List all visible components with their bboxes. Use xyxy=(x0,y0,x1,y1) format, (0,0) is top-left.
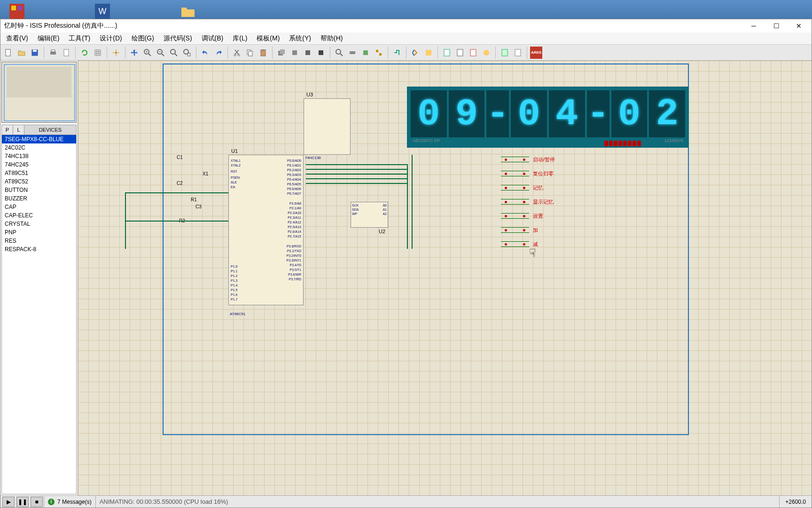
menu-system[interactable]: 系统(Y) xyxy=(285,32,315,45)
print-icon[interactable] xyxy=(47,47,59,59)
sim-play-button[interactable]: ▶ xyxy=(2,497,15,507)
zoom-fit-icon[interactable] xyxy=(168,47,180,59)
schematic-button-row[interactable]: 加 xyxy=(501,223,586,237)
menu-source[interactable]: 源代码(S) xyxy=(160,32,196,45)
search-icon[interactable] xyxy=(409,47,422,59)
refresh-icon[interactable] xyxy=(78,47,91,59)
folder-icon[interactable] xyxy=(180,4,195,19)
cut-icon[interactable] xyxy=(231,47,243,59)
menu-view[interactable]: 查看(V) xyxy=(2,32,32,45)
menu-draw[interactable]: 绘图(G) xyxy=(128,32,158,45)
chip-u1[interactable]: U1 XTAL1XTAL2RST PSENALEEA P0.0/AD0P0.1/… xyxy=(228,155,304,305)
tool-icon-1[interactable] xyxy=(480,47,492,59)
schematic-button-row[interactable]: 减 xyxy=(501,237,586,251)
schematic-button-row[interactable]: 显示记忆 xyxy=(501,195,586,209)
block-rotate-icon[interactable] xyxy=(302,47,314,59)
r1-label: R1 xyxy=(191,197,197,202)
device-item[interactable]: AT89C51 xyxy=(2,169,76,177)
message-count: 7 Message(s) xyxy=(57,499,92,505)
wire-autoroute-icon[interactable] xyxy=(391,47,403,59)
block-copy-icon[interactable] xyxy=(275,47,288,59)
decompose-icon[interactable] xyxy=(373,47,385,59)
word-icon[interactable]: W xyxy=(95,4,110,19)
schematic-button-row[interactable]: 设置 xyxy=(501,209,586,223)
x1-label: X1 xyxy=(203,171,208,176)
device-item[interactable]: PNP xyxy=(2,228,76,237)
paste-icon[interactable] xyxy=(257,47,269,59)
sim-pause-button[interactable]: ❚❚ xyxy=(16,497,29,507)
device-item[interactable]: 24C02C xyxy=(2,143,76,152)
device-item[interactable]: 74HC138 xyxy=(2,152,76,160)
zoom-in-icon[interactable] xyxy=(141,47,154,59)
maximize-button[interactable]: ☐ xyxy=(765,20,787,32)
device-item[interactable]: BUZZER xyxy=(2,194,76,203)
menu-help[interactable]: 帮助(H) xyxy=(317,32,346,45)
save-icon[interactable] xyxy=(29,47,41,59)
titlebar[interactable]: 忆时钟 - ISIS Professional (仿真中......) ─ ☐ … xyxy=(0,19,812,32)
close-button[interactable]: ✕ xyxy=(788,20,810,32)
zoom-area-icon[interactable] xyxy=(181,47,193,59)
property-icon[interactable] xyxy=(422,47,435,59)
copy-icon[interactable] xyxy=(244,47,256,59)
device-item[interactable]: CRYSTAL xyxy=(2,220,76,228)
open-icon[interactable] xyxy=(16,47,28,59)
menu-library[interactable]: 库(L) xyxy=(229,32,251,45)
button-component[interactable] xyxy=(501,171,529,176)
pan-icon[interactable] xyxy=(128,47,141,59)
button-component[interactable] xyxy=(501,227,529,233)
pick-icon[interactable] xyxy=(333,47,345,59)
overview-minimap[interactable] xyxy=(1,62,77,123)
button-component[interactable] xyxy=(501,213,529,219)
menu-debug[interactable]: 调试(B) xyxy=(198,32,227,45)
block-move-icon[interactable] xyxy=(289,47,301,59)
svg-rect-32 xyxy=(379,53,382,56)
device-item[interactable]: BUTTON xyxy=(2,186,76,194)
minimize-button[interactable]: ─ xyxy=(743,20,765,32)
page-icon[interactable] xyxy=(60,47,72,59)
new-icon[interactable] xyxy=(2,47,15,59)
button-component[interactable] xyxy=(501,241,529,247)
chip-u3[interactable]: U3 74HC138 xyxy=(304,98,351,155)
messages-section[interactable]: i 7 Message(s) xyxy=(44,496,95,508)
device-list[interactable]: 7SEG-MPX8-CC-BLUE24C02C74HC13874HC245AT8… xyxy=(1,135,77,494)
button-component[interactable] xyxy=(501,157,529,162)
undo-icon[interactable] xyxy=(199,47,211,59)
device-item[interactable]: RESPACK-8 xyxy=(2,245,76,254)
grid-icon[interactable] xyxy=(92,47,104,59)
schematic-button-row[interactable]: 复位归零 xyxy=(501,167,586,181)
menu-tools[interactable]: 工具(T) xyxy=(65,32,94,45)
app-icon-1[interactable] xyxy=(9,4,24,19)
button-component[interactable] xyxy=(501,185,529,190)
schematic-button-row[interactable]: 记忆 xyxy=(501,181,586,195)
package-icon[interactable] xyxy=(359,47,372,59)
device-item[interactable]: CAP xyxy=(2,203,76,211)
button-component[interactable] xyxy=(501,199,529,205)
block-delete-icon[interactable] xyxy=(315,47,327,59)
ares-icon[interactable]: ARES xyxy=(530,47,542,59)
erc-icon[interactable] xyxy=(454,47,466,59)
netlist-icon[interactable] xyxy=(467,47,479,59)
tool-icon-2[interactable] xyxy=(499,47,511,59)
bom-icon[interactable] xyxy=(441,47,453,59)
origin-icon[interactable] xyxy=(110,47,122,59)
device-item[interactable]: 74HC245 xyxy=(2,160,76,169)
libraries-button[interactable]: L xyxy=(13,125,24,135)
redo-icon[interactable] xyxy=(212,47,225,59)
pick-devices-button[interactable]: P xyxy=(2,125,13,135)
menu-edit[interactable]: 编辑(E) xyxy=(34,32,63,45)
svg-rect-2 xyxy=(18,6,23,10)
device-item[interactable]: 7SEG-MPX8-CC-BLUE xyxy=(2,135,76,143)
schematic-canvas[interactable]: 09-04-02 ABCDEFG DP 12345678 U1 XTAL1XTA… xyxy=(78,61,812,495)
segment-digit: 2 xyxy=(649,90,685,137)
menu-template[interactable]: 模板(M) xyxy=(253,32,283,45)
sim-stop-button[interactable]: ■ xyxy=(31,497,43,507)
device-item[interactable]: CAP-ELEC xyxy=(2,211,76,220)
chip-u2[interactable]: U2 SCKSDAWP A0A1A2 xyxy=(351,202,388,228)
schematic-button-row[interactable]: 启动/暂停 xyxy=(501,152,586,167)
device-item[interactable]: AT89C52 xyxy=(2,177,76,186)
tool-icon-3[interactable] xyxy=(512,47,524,59)
zoom-out-icon[interactable] xyxy=(155,47,167,59)
menu-design[interactable]: 设计(D) xyxy=(96,32,125,45)
device-item[interactable]: RES xyxy=(2,237,76,245)
make-device-icon[interactable] xyxy=(346,47,359,59)
